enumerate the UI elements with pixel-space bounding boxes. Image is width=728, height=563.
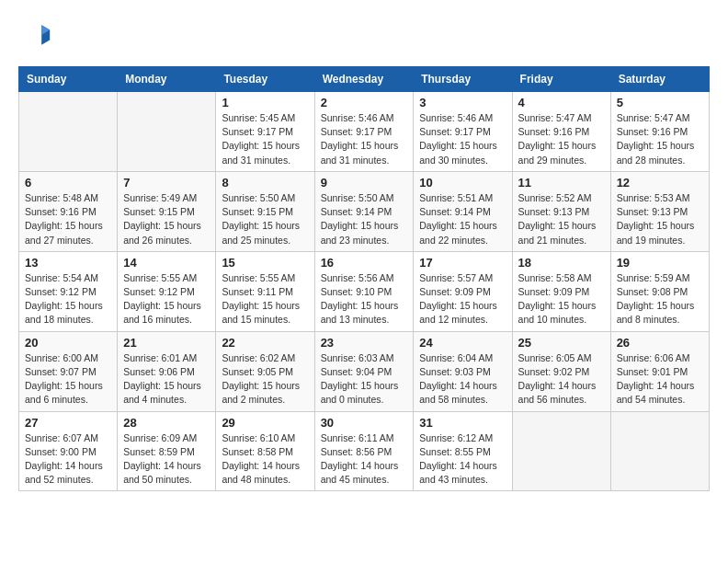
calendar-cell: 8Sunrise: 5:50 AMSunset: 9:15 PMDaylight… bbox=[216, 171, 314, 251]
calendar-cell: 13Sunrise: 5:54 AMSunset: 9:12 PMDayligh… bbox=[19, 251, 118, 331]
calendar-week-row: 20Sunrise: 6:00 AMSunset: 9:07 PMDayligh… bbox=[19, 331, 710, 411]
day-number: 12 bbox=[617, 176, 703, 190]
calendar-cell: 21Sunrise: 6:01 AMSunset: 9:06 PMDayligh… bbox=[118, 331, 216, 411]
day-info: Sunrise: 5:53 AMSunset: 9:13 PMDaylight:… bbox=[617, 191, 703, 247]
calendar-cell: 20Sunrise: 6:00 AMSunset: 9:07 PMDayligh… bbox=[19, 331, 118, 411]
day-info: Sunrise: 5:47 AMSunset: 9:16 PMDaylight:… bbox=[518, 111, 605, 167]
day-info: Sunrise: 5:49 AMSunset: 9:15 PMDaylight:… bbox=[123, 191, 210, 247]
calendar-cell bbox=[512, 411, 610, 491]
logo-icon bbox=[18, 18, 51, 52]
calendar-cell: 12Sunrise: 5:53 AMSunset: 9:13 PMDayligh… bbox=[610, 171, 709, 251]
calendar-cell: 28Sunrise: 6:09 AMSunset: 8:59 PMDayligh… bbox=[118, 411, 216, 491]
day-info: Sunrise: 5:50 AMSunset: 9:14 PMDaylight:… bbox=[321, 191, 408, 247]
day-number: 7 bbox=[123, 176, 210, 190]
calendar-week-row: 1Sunrise: 5:45 AMSunset: 9:17 PMDaylight… bbox=[19, 92, 710, 172]
calendar-cell: 17Sunrise: 5:57 AMSunset: 9:09 PMDayligh… bbox=[414, 251, 512, 331]
calendar-cell: 27Sunrise: 6:07 AMSunset: 9:00 PMDayligh… bbox=[19, 411, 118, 491]
calendar-cell: 25Sunrise: 6:05 AMSunset: 9:02 PMDayligh… bbox=[512, 331, 610, 411]
calendar-cell: 30Sunrise: 6:11 AMSunset: 8:56 PMDayligh… bbox=[314, 411, 414, 491]
calendar-week-row: 13Sunrise: 5:54 AMSunset: 9:12 PMDayligh… bbox=[19, 251, 710, 331]
calendar-cell: 22Sunrise: 6:02 AMSunset: 9:05 PMDayligh… bbox=[216, 331, 314, 411]
day-info: Sunrise: 5:57 AMSunset: 9:09 PMDaylight:… bbox=[419, 271, 506, 327]
day-number: 18 bbox=[518, 256, 605, 270]
day-info: Sunrise: 5:50 AMSunset: 9:15 PMDaylight:… bbox=[222, 191, 308, 247]
day-info: Sunrise: 5:59 AMSunset: 9:08 PMDaylight:… bbox=[617, 271, 703, 327]
calendar-cell: 6Sunrise: 5:48 AMSunset: 9:16 PMDaylight… bbox=[19, 171, 118, 251]
day-info: Sunrise: 6:01 AMSunset: 9:06 PMDaylight:… bbox=[123, 351, 210, 408]
calendar-cell: 5Sunrise: 5:47 AMSunset: 9:16 PMDaylight… bbox=[610, 92, 709, 172]
calendar-day-header: Monday bbox=[118, 67, 216, 92]
day-number: 9 bbox=[321, 176, 408, 190]
calendar-cell: 18Sunrise: 5:58 AMSunset: 9:09 PMDayligh… bbox=[512, 251, 610, 331]
calendar-cell: 26Sunrise: 6:06 AMSunset: 9:01 PMDayligh… bbox=[610, 331, 709, 411]
day-info: Sunrise: 5:52 AMSunset: 9:13 PMDaylight:… bbox=[518, 191, 605, 247]
calendar-day-header: Thursday bbox=[414, 67, 512, 92]
calendar-cell bbox=[610, 411, 709, 491]
calendar-cell: 19Sunrise: 5:59 AMSunset: 9:08 PMDayligh… bbox=[610, 251, 709, 331]
day-number: 29 bbox=[222, 416, 308, 430]
day-number: 14 bbox=[123, 256, 210, 270]
calendar-cell: 4Sunrise: 5:47 AMSunset: 9:16 PMDaylight… bbox=[512, 92, 610, 172]
day-info: Sunrise: 5:58 AMSunset: 9:09 PMDaylight:… bbox=[518, 271, 605, 327]
day-number: 21 bbox=[123, 336, 210, 350]
day-info: Sunrise: 6:03 AMSunset: 9:04 PMDaylight:… bbox=[321, 351, 408, 408]
day-info: Sunrise: 6:10 AMSunset: 8:58 PMDaylight:… bbox=[222, 431, 308, 488]
day-number: 25 bbox=[518, 336, 605, 350]
calendar-cell: 10Sunrise: 5:51 AMSunset: 9:14 PMDayligh… bbox=[414, 171, 512, 251]
day-info: Sunrise: 5:47 AMSunset: 9:16 PMDaylight:… bbox=[617, 111, 703, 167]
day-info: Sunrise: 5:56 AMSunset: 9:10 PMDaylight:… bbox=[321, 271, 408, 327]
calendar-cell: 23Sunrise: 6:03 AMSunset: 9:04 PMDayligh… bbox=[314, 331, 414, 411]
day-number: 2 bbox=[321, 96, 408, 109]
day-number: 5 bbox=[617, 96, 703, 109]
day-info: Sunrise: 6:09 AMSunset: 8:59 PMDaylight:… bbox=[123, 431, 210, 488]
day-info: Sunrise: 5:54 AMSunset: 9:12 PMDaylight:… bbox=[25, 271, 111, 327]
calendar-cell: 1Sunrise: 5:45 AMSunset: 9:17 PMDaylight… bbox=[216, 92, 314, 172]
day-number: 3 bbox=[419, 96, 506, 109]
day-number: 1 bbox=[222, 96, 308, 109]
day-info: Sunrise: 6:12 AMSunset: 8:55 PMDaylight:… bbox=[419, 431, 506, 488]
calendar-cell: 9Sunrise: 5:50 AMSunset: 9:14 PMDaylight… bbox=[314, 171, 414, 251]
calendar-cell: 16Sunrise: 5:56 AMSunset: 9:10 PMDayligh… bbox=[314, 251, 414, 331]
calendar-day-header: Sunday bbox=[19, 67, 118, 92]
calendar-day-header: Friday bbox=[512, 67, 610, 92]
day-number: 15 bbox=[222, 256, 308, 270]
day-number: 24 bbox=[419, 336, 506, 350]
calendar-cell: 11Sunrise: 5:52 AMSunset: 9:13 PMDayligh… bbox=[512, 171, 610, 251]
calendar-week-row: 6Sunrise: 5:48 AMSunset: 9:16 PMDaylight… bbox=[19, 171, 710, 251]
calendar-header-row: SundayMondayTuesdayWednesdayThursdayFrid… bbox=[19, 67, 710, 92]
day-number: 22 bbox=[222, 336, 308, 350]
calendar-cell bbox=[118, 92, 216, 172]
day-number: 19 bbox=[617, 256, 703, 270]
calendar-cell: 14Sunrise: 5:55 AMSunset: 9:12 PMDayligh… bbox=[118, 251, 216, 331]
calendar-table: SundayMondayTuesdayWednesdayThursdayFrid… bbox=[18, 66, 710, 491]
day-info: Sunrise: 6:05 AMSunset: 9:02 PMDaylight:… bbox=[518, 351, 605, 408]
day-info: Sunrise: 6:00 AMSunset: 9:07 PMDaylight:… bbox=[25, 351, 111, 408]
day-number: 10 bbox=[419, 176, 506, 190]
calendar-cell: 15Sunrise: 5:55 AMSunset: 9:11 PMDayligh… bbox=[216, 251, 314, 331]
page-header bbox=[18, 18, 710, 52]
day-number: 16 bbox=[321, 256, 408, 270]
calendar-day-header: Wednesday bbox=[314, 67, 414, 92]
logo bbox=[18, 18, 55, 52]
day-number: 23 bbox=[321, 336, 408, 350]
calendar-day-header: Tuesday bbox=[216, 67, 314, 92]
calendar-cell: 7Sunrise: 5:49 AMSunset: 9:15 PMDaylight… bbox=[118, 171, 216, 251]
day-number: 20 bbox=[25, 336, 111, 350]
day-info: Sunrise: 5:55 AMSunset: 9:11 PMDaylight:… bbox=[222, 271, 308, 327]
day-number: 28 bbox=[123, 416, 210, 430]
day-number: 26 bbox=[617, 336, 703, 350]
day-number: 11 bbox=[518, 176, 605, 190]
day-number: 31 bbox=[419, 416, 506, 430]
day-number: 13 bbox=[25, 256, 111, 270]
calendar-week-row: 27Sunrise: 6:07 AMSunset: 9:00 PMDayligh… bbox=[19, 411, 710, 491]
calendar-cell: 24Sunrise: 6:04 AMSunset: 9:03 PMDayligh… bbox=[414, 331, 512, 411]
calendar-cell bbox=[19, 92, 118, 172]
calendar-day-header: Saturday bbox=[610, 67, 709, 92]
day-info: Sunrise: 5:45 AMSunset: 9:17 PMDaylight:… bbox=[222, 111, 308, 167]
calendar-cell: 29Sunrise: 6:10 AMSunset: 8:58 PMDayligh… bbox=[216, 411, 314, 491]
day-number: 27 bbox=[25, 416, 111, 430]
day-info: Sunrise: 5:46 AMSunset: 9:17 PMDaylight:… bbox=[419, 111, 506, 167]
day-number: 6 bbox=[25, 176, 111, 190]
day-number: 4 bbox=[518, 96, 605, 109]
day-info: Sunrise: 6:06 AMSunset: 9:01 PMDaylight:… bbox=[617, 351, 703, 408]
